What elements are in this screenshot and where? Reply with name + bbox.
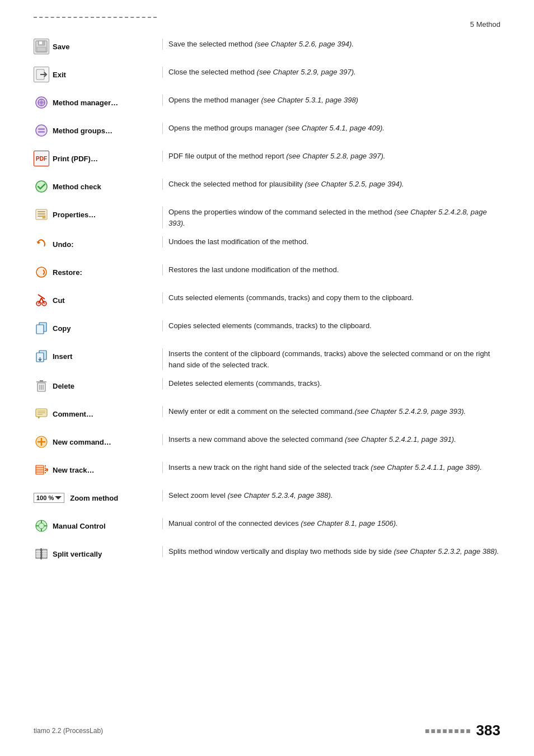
copy-label: Copy (53, 324, 71, 333)
page: 5 Method Save Save the selected method (… (0, 0, 534, 756)
entry-icon-label-properties: Properties… (34, 207, 162, 222)
entry-new-command: New command… Inserts a new command above… (34, 434, 500, 454)
split-vertically-label: Split vertically (53, 550, 102, 558)
exit-label: Exit (53, 71, 66, 79)
zoom-method-desc: Select zoom level (see Chapter 5.2.3.4, … (162, 490, 500, 501)
svg-marker-40 (38, 417, 40, 419)
entry-icon-label-comment: Comment… (34, 406, 162, 422)
entry-icon-label-method-manager: Method manager… (34, 95, 162, 110)
footer-row: tiamo 2.2 (ProcessLab) ■■■■■■■■ 383 (34, 722, 500, 739)
method-groups-icon (34, 123, 49, 138)
method-manager-desc: Opens the method manager (see Chapter 5.… (162, 95, 500, 106)
manual-control-label: Manual Control (53, 522, 106, 530)
zoom-method-icon: 100 % (34, 490, 64, 506)
zoom-box[interactable]: 100 % (34, 493, 64, 503)
manual-control-desc: Manual control of the connected devices … (162, 518, 500, 529)
undo-icon (34, 236, 49, 252)
save-label: Save (53, 43, 69, 51)
comment-label: Comment… (53, 410, 93, 418)
print-pdf-label: Print (PDF)… (53, 155, 98, 163)
split-vertically-desc: Splits method window vertically and disp… (162, 546, 500, 557)
entry-icon-label-manual-control: Manual Control (34, 518, 162, 534)
entry-icon-label-new-command: New command… (34, 434, 162, 450)
entry-icon-label-method-groups: Method groups… (34, 123, 162, 138)
cut-desc: Cuts selected elements (commands, tracks… (162, 292, 500, 304)
comment-icon (34, 406, 49, 422)
method-manager-icon (34, 95, 49, 110)
print-pdf-desc: PDF file output of the method report (se… (162, 151, 500, 162)
zoom-method-label: Zoom method (70, 494, 118, 502)
entry-icon-label-insert: Insert (34, 348, 162, 364)
copy-icon (34, 320, 49, 336)
undo-desc: Undoes the last modification of the meth… (162, 236, 500, 248)
entry-comment: Comment… Newly enter or edit a comment o… (34, 406, 500, 426)
properties-desc: Opens the properties window of the comma… (162, 207, 500, 228)
entry-zoom-method: 100 % Zoom method Select zoom level (see… (34, 490, 500, 510)
delete-icon (34, 378, 49, 394)
entry-undo: Undo: Undoes the last modification of th… (34, 236, 500, 256)
svg-rect-26 (36, 325, 44, 334)
svg-rect-18 (43, 216, 45, 218)
svg-rect-9 (38, 101, 45, 104)
chapter-header: 5 Method (470, 20, 500, 29)
entry-method-check: Method check Check the selected method f… (34, 179, 500, 199)
svg-rect-3 (37, 47, 46, 52)
header-row: 5 Method (34, 20, 500, 29)
new-track-desc: Inserts a new track on the right hand si… (162, 462, 500, 473)
entry-method-manager: Method manager… Opens the method manager… (34, 95, 500, 115)
print-pdf-icon: PDF (34, 151, 49, 166)
undo-label: Undo: (53, 240, 74, 249)
top-rule (34, 17, 157, 18)
copy-desc: Copies selected elements (commands, trac… (162, 320, 500, 332)
method-groups-desc: Opens the method groups manager (see Cha… (162, 123, 500, 134)
entry-copy: Copy Copies selected elements (commands,… (34, 320, 500, 340)
cut-icon (34, 292, 49, 308)
insert-label: Insert (53, 352, 72, 361)
delete-desc: Deletes selected elements (commands, tra… (162, 378, 500, 389)
properties-icon (34, 207, 49, 222)
insert-icon (34, 348, 49, 364)
entry-icon-label-method-check: Method check (34, 179, 162, 194)
entry-icon-label-exit: Exit (34, 67, 162, 82)
method-check-icon (34, 179, 49, 194)
entry-icon-label-restore: Restore: (34, 264, 162, 280)
cut-label: Cut (53, 296, 65, 305)
method-manager-label: Method manager… (53, 99, 118, 107)
entry-restore: Restore: Restores the last undone modifi… (34, 264, 500, 284)
entry-icon-label-split-vertically: Split vertically (34, 546, 162, 562)
entry-icon-label-zoom-method: 100 % Zoom method (34, 490, 162, 506)
svg-rect-17 (38, 216, 43, 217)
entry-new-track: New track… Inserts a new track on the ri… (34, 462, 500, 482)
entry-icon-label-cut: Cut (34, 292, 162, 308)
entry-insert: Insert Inserts the content of the clipbo… (34, 348, 500, 370)
properties-label: Properties… (53, 211, 96, 219)
entry-manual-control: Manual Control Manual control of the con… (34, 518, 500, 538)
delete-label: Delete (53, 382, 74, 390)
new-command-label: New command… (53, 438, 111, 446)
method-groups-label: Method groups… (53, 127, 113, 135)
entry-cut: Cut Cuts selected elements (commands, tr… (34, 292, 500, 312)
new-command-icon (34, 434, 49, 450)
entry-save: Save Save the selected method (see Chapt… (34, 39, 500, 59)
entry-method-groups: Method groups… Opens the method groups m… (34, 123, 500, 143)
method-check-desc: Check the selected method for plausibili… (162, 179, 500, 190)
svg-point-19 (36, 267, 46, 277)
svg-rect-2 (39, 41, 42, 44)
restore-label: Restore: (53, 268, 82, 277)
new-command-desc: Inserts a new command above the selected… (162, 434, 500, 445)
svg-rect-11 (38, 128, 45, 130)
new-track-label: New track… (53, 466, 94, 474)
entry-icon-label-copy: Copy (34, 320, 162, 336)
content-area: Save Save the selected method (see Chapt… (34, 39, 500, 574)
footer-app: tiamo 2.2 (ProcessLab) (34, 727, 103, 735)
entry-icon-label-delete: Delete (34, 378, 162, 394)
exit-icon (34, 67, 49, 82)
exit-desc: Close the selected method (see Chapter 5… (162, 67, 500, 78)
entry-properties: Properties… Opens the properties window … (34, 207, 500, 228)
footer-right: ■■■■■■■■ 383 (425, 722, 500, 739)
restore-desc: Restores the last undone modification of… (162, 264, 500, 276)
entry-icon-label-print-pdf: PDF Print (PDF)… (34, 151, 162, 166)
svg-rect-16 (38, 213, 45, 214)
method-check-label: Method check (53, 183, 101, 191)
save-desc: Save the selected method (see Chapter 5.… (162, 39, 500, 50)
